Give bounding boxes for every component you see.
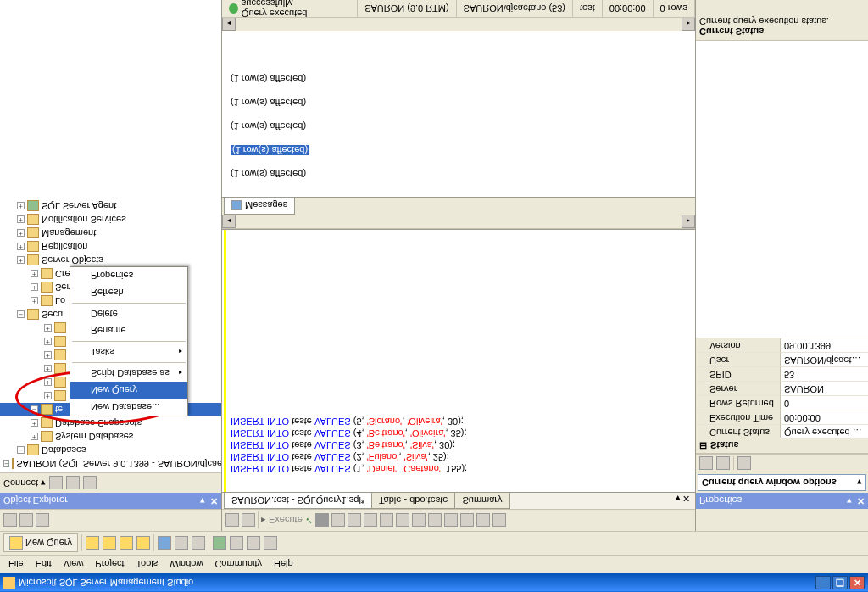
tabs-dropdown-icon[interactable]: ▾: [676, 493, 681, 504]
tool-icon[interactable]: [444, 514, 458, 528]
tool-icon[interactable]: [364, 514, 377, 528]
ctx-tasks[interactable]: Tasks▸: [70, 343, 187, 360]
saveall-icon[interactable]: [192, 537, 205, 550]
expand-icon[interactable]: +: [44, 352, 52, 360]
menu-project[interactable]: Project: [90, 558, 129, 572]
tree-logins[interactable]: Lo: [55, 296, 65, 306]
save-icon[interactable]: [175, 537, 188, 550]
tab-summary[interactable]: Summary: [454, 493, 509, 509]
property-pages-icon[interactable]: [737, 457, 751, 471]
tab-query[interactable]: SAURON.test - SQLQuery1.sql*: [224, 493, 372, 509]
tree-systemdb[interactable]: System Databases: [55, 432, 133, 442]
menu-file[interactable]: File: [3, 558, 29, 572]
ctx-delete[interactable]: Delete: [70, 305, 187, 322]
expand-icon[interactable]: +: [44, 338, 52, 346]
expand-icon[interactable]: +: [31, 298, 38, 305]
expand-icon[interactable]: +: [31, 284, 38, 292]
tree-security[interactable]: Secu: [42, 310, 63, 320]
tool-icon[interactable]: [476, 514, 490, 528]
minimize-button[interactable]: _: [815, 576, 831, 589]
tool-icon[interactable]: [136, 537, 150, 550]
collapse-icon[interactable]: −: [31, 406, 38, 414]
tab-messages[interactable]: Messages: [224, 198, 295, 215]
scroll-left-icon[interactable]: ◂: [222, 215, 236, 228]
expand-icon[interactable]: +: [31, 433, 38, 441]
open-icon[interactable]: [158, 537, 171, 550]
tool-icon[interactable]: [120, 537, 133, 550]
object-tree[interactable]: −SAURON (SQL Server 9.0.1399 - SAURON\dj…: [0, 0, 221, 472]
tool-icon[interactable]: [86, 537, 99, 550]
ctx-properties[interactable]: Properties: [70, 267, 187, 284]
execute-button[interactable]: Execute: [269, 516, 303, 526]
collapse-icon[interactable]: −: [17, 447, 25, 455]
tool-icon[interactable]: [66, 477, 80, 490]
messages-hscroll[interactable]: ◂ ▸: [222, 18, 695, 31]
properties-selector[interactable]: Current query window options ▾: [698, 474, 866, 491]
collapse-icon[interactable]: −: [17, 311, 25, 319]
ctx-rename[interactable]: Rename: [70, 322, 187, 339]
tab-table[interactable]: Table - dbo.teste: [371, 493, 455, 509]
tool-icon[interactable]: [225, 514, 239, 528]
menu-help[interactable]: Help: [269, 558, 298, 572]
tool-icon[interactable]: [242, 514, 255, 528]
expand-icon[interactable]: +: [17, 230, 25, 237]
pin-icon[interactable]: ▾: [200, 495, 205, 506]
expand-icon[interactable]: +: [17, 257, 25, 265]
connect-button[interactable]: Connect ▾: [3, 478, 46, 489]
ctx-new-database[interactable]: New Database...: [70, 399, 187, 416]
expand-icon[interactable]: +: [44, 379, 52, 387]
expand-icon[interactable]: +: [44, 325, 52, 332]
menu-tools[interactable]: Tools: [131, 558, 164, 572]
pin-icon[interactable]: ▾: [847, 495, 852, 506]
tree-management[interactable]: Management: [42, 228, 96, 238]
maximize-button[interactable]: ❐: [832, 576, 848, 589]
tool-icon[interactable]: [380, 514, 393, 528]
menu-window[interactable]: Window: [164, 558, 208, 572]
tool-icon[interactable]: [348, 514, 361, 528]
tool-icon[interactable]: [19, 514, 33, 528]
new-query-button[interactable]: New Query: [3, 534, 78, 553]
menu-view[interactable]: View: [58, 558, 89, 572]
tool-icon[interactable]: [460, 514, 474, 528]
scroll-right-icon[interactable]: ▸: [682, 215, 695, 228]
tool-icon[interactable]: [412, 514, 426, 528]
scroll-right-icon[interactable]: ▸: [682, 17, 695, 31]
tree-sql-agent[interactable]: SQL Server Agent: [42, 201, 116, 211]
tree-testdb[interactable]: te: [55, 405, 63, 415]
close-button[interactable]: ✕: [849, 576, 865, 589]
ctx-refresh[interactable]: Refresh: [70, 284, 187, 301]
tabs-close-icon[interactable]: ✕: [682, 493, 690, 504]
tool-icon[interactable]: [428, 514, 442, 528]
tree-notification-services[interactable]: Notification Services: [42, 215, 126, 225]
collapse-icon[interactable]: −: [3, 461, 9, 468]
menu-edit[interactable]: Edit: [31, 558, 57, 572]
tree-server-objects[interactable]: Server Objects: [42, 255, 103, 265]
menu-community[interactable]: Community: [209, 558, 267, 572]
tool-icon[interactable]: [331, 514, 345, 528]
tool-icon[interactable]: [247, 537, 260, 550]
tree-snapshots[interactable]: Database Snapshots: [55, 418, 142, 428]
ctx-script-database-as[interactable]: Script Database as▸: [70, 365, 187, 382]
expand-icon[interactable]: +: [17, 216, 25, 224]
tool-icon[interactable]: [492, 514, 506, 528]
expand-icon[interactable]: +: [44, 366, 52, 373]
tool-icon[interactable]: [36, 514, 49, 528]
expand-icon[interactable]: +: [17, 243, 25, 251]
tree-replication[interactable]: Replication: [42, 242, 87, 252]
stop-icon[interactable]: [315, 514, 329, 528]
tool-icon[interactable]: [264, 537, 277, 550]
expand-icon[interactable]: +: [17, 203, 25, 210]
ctx-new-query[interactable]: New Query: [70, 382, 187, 399]
tree-databases[interactable]: Databases: [42, 445, 86, 455]
tool-icon[interactable]: [396, 514, 409, 528]
alphabetical-icon[interactable]: [716, 457, 730, 471]
close-icon[interactable]: ✕: [210, 495, 218, 506]
tool-icon[interactable]: [83, 477, 97, 490]
expand-icon[interactable]: +: [31, 271, 38, 278]
tool-icon[interactable]: [3, 514, 17, 528]
scroll-left-icon[interactable]: ◂: [222, 17, 236, 31]
prop-section-status[interactable]: ⊟Status: [696, 438, 868, 454]
expand-icon[interactable]: +: [44, 393, 52, 400]
categorized-icon[interactable]: [699, 457, 713, 471]
tool-icon[interactable]: [103, 537, 116, 550]
